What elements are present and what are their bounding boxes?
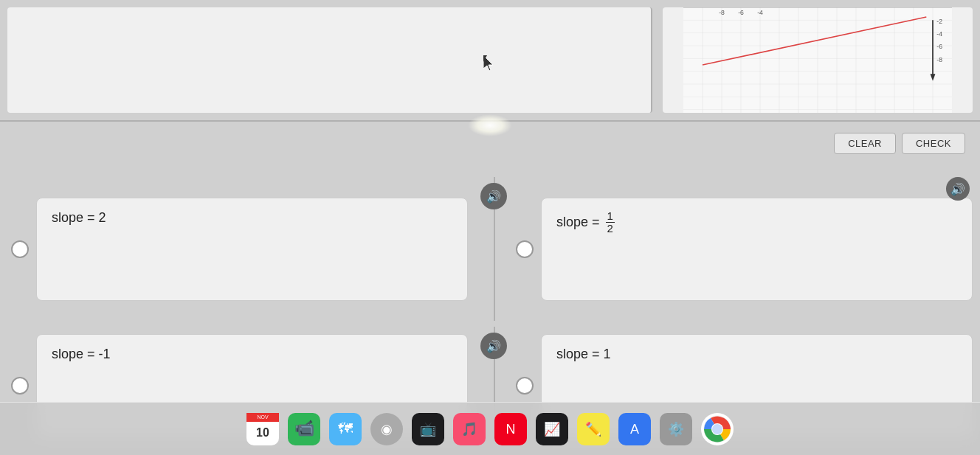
svg-text:📺: 📺 [420, 421, 437, 437]
svg-text:-4: -4 [757, 9, 763, 16]
dock-item-facetime[interactable]: 📹 [286, 411, 322, 448]
svg-text:✏️: ✏️ [585, 421, 602, 437]
radio-option-4[interactable] [516, 377, 534, 395]
fraction-numerator: 1 [606, 210, 615, 223]
fraction-denominator: 2 [606, 223, 615, 235]
svg-text:N: N [506, 422, 516, 437]
answer-card-3-text: slope = -1 [52, 347, 111, 362]
svg-text:📈: 📈 [544, 421, 561, 437]
radio-option-3[interactable] [11, 377, 29, 395]
right-answer-area-1: slope = 12 [512, 177, 980, 321]
dock-item-news[interactable]: N [492, 411, 529, 448]
left-answer-area-1: slope = 2 [0, 177, 475, 321]
top-left-panel [7, 7, 652, 113]
action-buttons: CLEAR CHECK [834, 133, 965, 154]
answer-card-2[interactable]: slope = 12 [541, 198, 973, 301]
middle-section: slope = 2 🔊 slope = 12 [0, 177, 980, 321]
top-section: -2 -4 -6 -8 -8 -6 -4 [0, 0, 980, 122]
speaker-icon-bottom: 🔊 [486, 339, 501, 353]
fraction-display: 12 [606, 210, 615, 235]
svg-text:🎵: 🎵 [461, 421, 478, 437]
svg-text:-4: -4 [936, 30, 942, 38]
dock-item-chrome[interactable] [699, 411, 736, 448]
radio-option-1[interactable] [11, 240, 29, 258]
answer-card-2-text: slope = 12 [556, 210, 615, 235]
dock-item-app1[interactable]: ◉ [368, 411, 405, 448]
dock-item-systemprefs[interactable]: ⚙️ [658, 411, 694, 448]
dock-item-notes[interactable]: ✏️ [575, 411, 612, 448]
dock-item-calendar[interactable]: 10NOV [244, 411, 281, 448]
divider-top [652, 0, 663, 120]
speaker-icon-middle: 🔊 [486, 190, 501, 204]
svg-text:-2: -2 [936, 18, 942, 25]
dock-item-appstore[interactable]: A [616, 411, 653, 448]
dock: 10NOV 📹 🗺 ◉ 📺 🎵 N 📈 ✏️ [0, 402, 980, 455]
svg-text:-8: -8 [936, 56, 942, 63]
svg-text:A: A [630, 422, 639, 437]
coordinate-grid: -2 -4 -6 -8 -8 -6 -4 [663, 7, 973, 113]
answer-card-4-text: slope = 1 [556, 347, 611, 362]
dock-item-music[interactable]: 🎵 [451, 411, 488, 448]
svg-text:🗺: 🗺 [338, 420, 353, 437]
svg-point-61 [712, 424, 722, 434]
radio-option-2[interactable] [516, 240, 534, 258]
answer-card-1[interactable]: slope = 2 [36, 198, 468, 301]
svg-text:-6: -6 [936, 43, 942, 50]
divider-middle: 🔊 [475, 177, 512, 321]
svg-text:10: 10 [256, 426, 269, 439]
dock-item-maps[interactable]: 🗺 [327, 411, 364, 448]
svg-text:NOV: NOV [257, 414, 269, 420]
audio-button-middle[interactable]: 🔊 [480, 183, 507, 209]
dock-item-tv[interactable]: 📺 [410, 411, 446, 448]
check-button[interactable]: CHECK [902, 133, 965, 154]
main-content: -2 -4 -6 -8 -8 -6 -4 CLEAR CHECK 🔊 [0, 0, 980, 455]
svg-text:📹: 📹 [294, 418, 315, 438]
audio-button-bottom[interactable]: 🔊 [480, 333, 507, 359]
svg-text:⚙️: ⚙️ [668, 421, 685, 437]
svg-text:◉: ◉ [381, 422, 393, 437]
clear-button[interactable]: CLEAR [834, 133, 896, 154]
answer-card-1-text: slope = 2 [52, 210, 106, 226]
dock-item-stocks[interactable]: 📈 [534, 411, 570, 448]
audio-button-top[interactable]: 🔊 [946, 177, 970, 201]
svg-text:-8: -8 [719, 9, 725, 16]
top-right-panel: -2 -4 -6 -8 -8 -6 -4 [663, 7, 973, 113]
svg-text:-6: -6 [738, 9, 744, 16]
speaker-icon-top: 🔊 [950, 182, 965, 196]
